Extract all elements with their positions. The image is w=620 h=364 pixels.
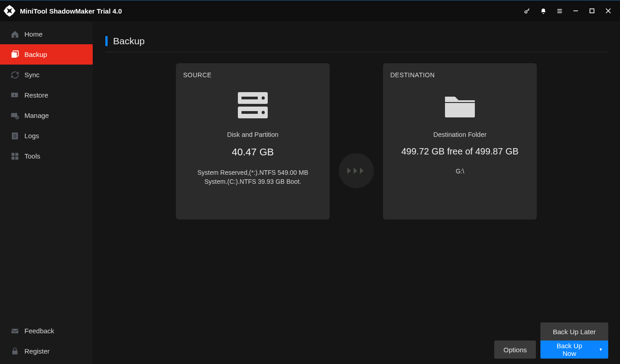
transfer-arrow-icon [339,153,374,188]
disk-icon [183,88,322,123]
svg-rect-18 [15,153,19,156]
sidebar-item-label: Restore [24,91,48,99]
sidebar-item-restore[interactable]: Restore [0,85,93,105]
minimize-button[interactable] [568,3,584,19]
register-icon [10,346,20,356]
sidebar-item-label: Feedback [24,327,54,335]
manage-icon [10,111,20,121]
svg-point-0 [525,10,527,13]
header-accent-bar [105,36,108,46]
sidebar-item-sync[interactable]: Sync [0,65,93,85]
source-details: System Reserved,(*:).NTFS 549.00 MB Syst… [183,168,322,187]
sidebar-item-label: Register [24,347,50,355]
destination-type: Destination Folder [390,131,530,138]
backup-icon [10,50,20,60]
sync-icon [10,70,20,80]
sidebar-item-label: Manage [24,112,49,119]
title-bar: MiniTool ShadowMaker Trial 4.0 [0,0,620,21]
svg-rect-20 [15,156,19,159]
destination-heading: DESTINATION [390,71,530,79]
options-button[interactable]: Options [494,341,536,359]
sidebar-item-label: Tools [24,152,40,160]
app-title: MiniTool ShadowMaker Trial 4.0 [20,7,122,15]
main-content: Backup SOURCE [93,21,620,364]
page-title: Backup [113,36,145,47]
svg-rect-27 [241,111,258,114]
divider [105,52,607,52]
page-header: Backup [105,36,607,47]
svg-rect-17 [12,153,15,156]
backup-cards: SOURCE [93,63,620,219]
backup-now-label: Back Up Now [549,342,589,357]
svg-rect-22 [12,350,18,354]
sidebar-item-register[interactable]: Register [0,341,93,361]
footer-actions: Options Back Up Later Back Up Now ▼ [494,322,608,359]
source-card[interactable]: SOURCE [176,63,330,219]
maximize-button[interactable] [584,3,600,19]
sidebar-nav: Home Backup Sync [0,21,93,166]
app-window: MiniTool ShadowMaker Trial 4.0 [0,0,620,364]
restore-icon [10,90,20,100]
sidebar-item-label: Logs [24,132,39,140]
notification-icon[interactable] [535,3,551,19]
folder-icon [390,88,530,123]
menu-icon[interactable] [551,3,568,19]
sidebar-item-tools[interactable]: Tools [0,146,93,166]
sidebar-bottom: Feedback Register [0,321,93,364]
dropdown-caret-icon: ▼ [599,347,603,352]
tools-icon [10,151,20,161]
svg-rect-19 [12,156,15,159]
backup-now-button[interactable]: Back Up Now ▼ [540,341,608,359]
svg-point-26 [262,97,265,100]
destination-path: G:\ [390,167,530,176]
sidebar-item-backup[interactable]: Backup [0,44,93,65]
svg-rect-21 [12,329,19,333]
sidebar-item-label: Sync [24,71,39,79]
svg-point-28 [262,111,265,114]
sidebar-item-label: Home [24,30,43,38]
sidebar-item-manage[interactable]: Manage [0,105,93,126]
source-size: 40.47 GB [183,146,322,158]
svg-rect-8 [12,52,17,58]
app-logo-icon [2,3,17,19]
key-icon[interactable] [519,3,535,19]
logs-icon [10,131,20,141]
svg-rect-25 [241,97,258,99]
home-icon [10,29,20,39]
feedback-icon [10,326,20,336]
sidebar: Home Backup Sync [0,21,93,364]
source-heading: SOURCE [183,71,322,79]
sidebar-item-label: Backup [24,51,47,58]
source-type: Disk and Partition [183,131,322,138]
sidebar-item-logs[interactable]: Logs [0,126,93,146]
backup-button-stack: Back Up Later Back Up Now ▼ [540,322,608,359]
close-button[interactable] [600,3,616,19]
destination-card[interactable]: DESTINATION Destination Folder 499.72 GB… [383,63,537,219]
sidebar-item-feedback[interactable]: Feedback [0,321,93,341]
sidebar-item-home[interactable]: Home [0,24,93,44]
destination-free: 499.72 GB free of 499.87 GB [390,146,530,157]
backup-later-button[interactable]: Back Up Later [540,322,608,341]
svg-rect-5 [590,9,594,13]
